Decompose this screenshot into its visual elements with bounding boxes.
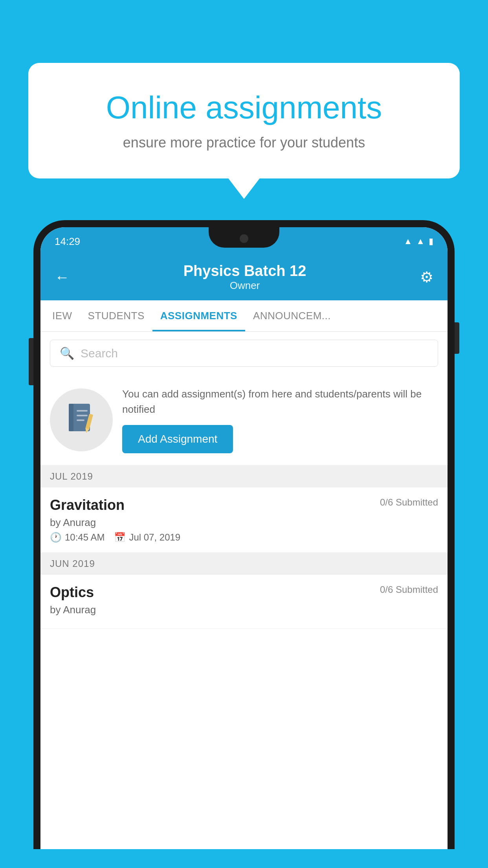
assignment-promo: You can add assignment(s) from here and … — [40, 375, 448, 465]
tab-iew[interactable]: IEW — [44, 300, 80, 331]
settings-icon[interactable]: ⚙ — [420, 268, 433, 286]
search-container: 🔍 Search — [40, 332, 448, 375]
battery-icon: ▮ — [429, 236, 433, 246]
signal-icon: ▲ — [416, 236, 425, 246]
section-header-jun: JUN 2019 — [40, 553, 448, 575]
assignment-item-gravitation[interactable]: Gravitation 0/6 Submitted by Anurag 🕐 10… — [40, 487, 448, 553]
camera — [240, 234, 248, 243]
back-button[interactable]: ← — [55, 269, 70, 286]
add-assignment-button[interactable]: Add Assignment — [122, 425, 233, 453]
tabs-bar: IEW STUDENTS ASSIGNMENTS ANNOUNCEM... — [40, 300, 448, 332]
speech-bubble-subtitle: ensure more practice for your students — [52, 134, 436, 151]
promo-icon-circle — [50, 388, 113, 451]
tab-students[interactable]: STUDENTS — [80, 300, 152, 331]
clock-icon: 🕐 — [50, 532, 62, 543]
phone-container: 14:29 ▲ ▲ ▮ ← Physics Batch 12 Owner ⚙ — [33, 220, 455, 868]
promo-description: You can add assignment(s) from here and … — [122, 386, 438, 417]
speech-bubble-container: Online assignments ensure more practice … — [28, 63, 460, 178]
svg-rect-1 — [69, 404, 73, 431]
assignment-name: Gravitation — [50, 497, 125, 513]
assignment-submitted: 0/6 Submitted — [380, 497, 438, 508]
promo-text-block: You can add assignment(s) from here and … — [122, 386, 438, 453]
search-bar[interactable]: 🔍 Search — [50, 340, 438, 367]
assignment-item-top-optics: Optics 0/6 Submitted — [50, 584, 438, 601]
tab-announcements[interactable]: ANNOUNCEM... — [245, 300, 339, 331]
app-header: ← Physics Batch 12 Owner ⚙ — [40, 256, 448, 300]
assignment-date: 📅 Jul 07, 2019 — [114, 532, 180, 543]
header-title: Physics Batch 12 — [70, 263, 420, 280]
search-placeholder: Search — [81, 347, 118, 360]
assignment-name-optics: Optics — [50, 584, 94, 601]
search-icon: 🔍 — [60, 346, 74, 360]
assignment-item-top: Gravitation 0/6 Submitted — [50, 497, 438, 513]
assignment-by-optics: by Anurag — [50, 604, 438, 616]
notebook-icon — [66, 402, 97, 438]
assignment-by: by Anurag — [50, 517, 438, 529]
speech-bubble: Online assignments ensure more practice … — [28, 63, 460, 178]
status-time: 14:29 — [55, 235, 80, 248]
assignment-item-optics[interactable]: Optics 0/6 Submitted by Anurag — [40, 575, 448, 629]
notch-cutout — [209, 227, 279, 248]
svg-rect-4 — [77, 419, 84, 421]
speech-bubble-title: Online assignments — [52, 90, 436, 125]
header-title-block: Physics Batch 12 Owner — [70, 263, 420, 292]
assignment-submitted-optics: 0/6 Submitted — [380, 584, 438, 595]
status-bar: 14:29 ▲ ▲ ▮ — [40, 227, 448, 256]
phone-outer: 14:29 ▲ ▲ ▮ ← Physics Batch 12 Owner ⚙ — [33, 220, 455, 849]
tab-assignments[interactable]: ASSIGNMENTS — [152, 300, 245, 331]
svg-rect-2 — [77, 410, 88, 412]
section-header-jul: JUL 2019 — [40, 465, 448, 487]
status-icons: ▲ ▲ ▮ — [404, 236, 433, 246]
phone-inner: 14:29 ▲ ▲ ▮ ← Physics Batch 12 Owner ⚙ — [40, 227, 448, 849]
wifi-icon: ▲ — [404, 236, 412, 246]
calendar-icon: 📅 — [114, 532, 126, 543]
assignment-time-value: 10:45 AM — [65, 532, 105, 543]
assignment-time: 🕐 10:45 AM — [50, 532, 105, 543]
header-subtitle: Owner — [70, 280, 420, 292]
assignment-date-value: Jul 07, 2019 — [129, 532, 180, 543]
svg-rect-3 — [77, 415, 88, 416]
assignment-meta: 🕐 10:45 AM 📅 Jul 07, 2019 — [50, 532, 438, 543]
